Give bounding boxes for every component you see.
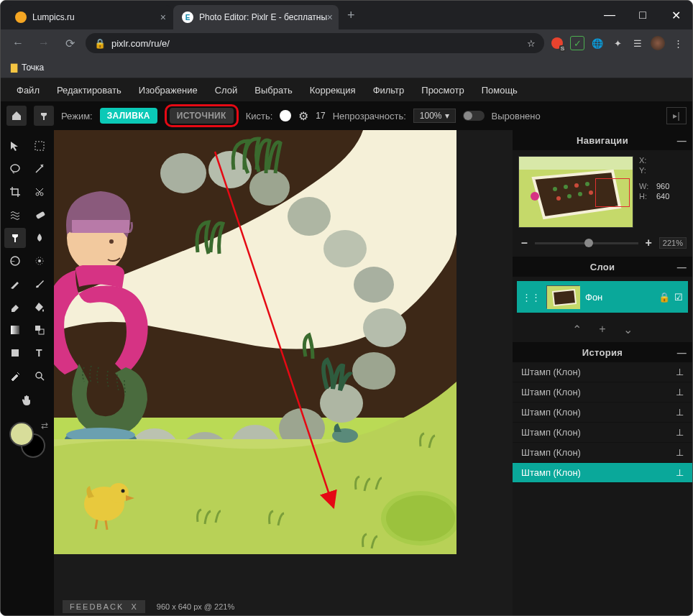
- svg-point-44: [564, 185, 568, 189]
- color-swatches[interactable]: ⇄: [9, 422, 45, 458]
- zoom-slider[interactable]: [535, 242, 638, 244]
- swap-colors-icon[interactable]: ⇄: [41, 420, 48, 431]
- window-controls: ― □ ✕: [593, 1, 692, 29]
- visibility-icon[interactable]: ☑: [674, 292, 683, 303]
- history-item[interactable]: Штамп (Клон)⊥: [513, 423, 692, 443]
- extension-opera[interactable]: S: [550, 36, 564, 50]
- collapse-icon[interactable]: —: [677, 262, 687, 272]
- layer-row[interactable]: ⋮⋮ Фон 🔒 ☑: [517, 281, 688, 313]
- extension-globe[interactable]: 🌐: [590, 36, 605, 50]
- nav-viewport-box[interactable]: [595, 178, 630, 207]
- canvas[interactable]: [54, 130, 456, 554]
- back-button[interactable]: ←: [8, 33, 28, 53]
- tool-gradient[interactable]: [4, 320, 26, 340]
- reload-button[interactable]: ⟳: [60, 33, 80, 53]
- svg-point-6: [38, 259, 41, 262]
- tool-pen[interactable]: [4, 274, 26, 294]
- brush-preview[interactable]: [280, 110, 291, 121]
- svg-point-18: [288, 197, 331, 236]
- menu-adjust[interactable]: Коррекция: [303, 82, 363, 98]
- menu-select[interactable]: Выбрать: [247, 82, 299, 98]
- layer-name: Фон: [585, 292, 602, 303]
- tool-hand[interactable]: [17, 390, 38, 410]
- maximize-button[interactable]: □: [626, 1, 659, 29]
- tool-brush[interactable]: [29, 274, 50, 294]
- lock-icon[interactable]: 🔒: [658, 292, 670, 303]
- menu-image[interactable]: Изображение: [132, 82, 205, 98]
- tool-eyedropper[interactable]: [4, 366, 26, 386]
- collapse-icon[interactable]: —: [677, 135, 687, 146]
- tool-clone[interactable]: [4, 228, 26, 248]
- tool-sponge[interactable]: [29, 251, 50, 271]
- tool-text[interactable]: T: [29, 343, 50, 363]
- tool-replace-color[interactable]: [29, 320, 50, 340]
- history-item[interactable]: Штамп (Клон)⊥: [513, 382, 692, 403]
- menu-file[interactable]: Файл: [9, 82, 47, 98]
- mode-fill[interactable]: ЗАЛИВКА: [100, 108, 157, 124]
- star-icon[interactable]: ☆: [527, 38, 536, 49]
- tool-marquee[interactable]: [29, 136, 50, 156]
- extension-check[interactable]: ✓: [570, 36, 584, 50]
- tool-cutout[interactable]: [29, 182, 50, 202]
- zoom-value[interactable]: 221%: [659, 237, 687, 249]
- tool-fill[interactable]: [29, 297, 50, 317]
- reading-list-icon[interactable]: ☰: [630, 36, 645, 50]
- minimize-button[interactable]: ―: [593, 1, 626, 29]
- tool-crop[interactable]: [4, 182, 26, 202]
- nav-thumbnail[interactable]: [518, 156, 633, 228]
- extensions-button[interactable]: ✦: [610, 36, 625, 50]
- address-bar[interactable]: 🔒 pixlr.com/ru/e/ ☆: [86, 33, 544, 53]
- opacity-value[interactable]: 100%▾: [413, 109, 456, 123]
- zoom-in-button[interactable]: +: [643, 236, 655, 249]
- tool-liquify[interactable]: [4, 205, 26, 225]
- tool-move[interactable]: [4, 136, 26, 156]
- history-item[interactable]: Штамп (Клон)⊥: [513, 403, 692, 423]
- menu-layer[interactable]: Слой: [208, 82, 245, 98]
- close-icon[interactable]: ×: [327, 12, 333, 23]
- history-item[interactable]: Штамп (Клон)⊥: [513, 443, 692, 463]
- tab-label: Lumpics.ru: [32, 12, 75, 22]
- profile-avatar[interactable]: [651, 36, 665, 50]
- menu-help[interactable]: Помощь: [474, 82, 525, 98]
- tool-eraser[interactable]: [4, 297, 26, 317]
- menu-view[interactable]: Просмотр: [414, 82, 471, 98]
- new-tab-button[interactable]: +: [340, 8, 362, 23]
- tool-wand[interactable]: [29, 159, 50, 179]
- feedback-button[interactable]: FEEDBACK X: [63, 600, 145, 613]
- close-icon[interactable]: ×: [160, 12, 166, 23]
- tab-pixlr[interactable]: E Photo Editor: Pixlr E - бесплатны ×: [173, 5, 339, 29]
- history-item[interactable]: Штамп (Клон)⊥: [513, 463, 692, 483]
- layer-up-icon[interactable]: ⌃: [572, 323, 582, 336]
- history-item[interactable]: Штамп (Клон)⊥: [513, 362, 692, 382]
- tool-blur[interactable]: [29, 228, 50, 248]
- foreground-swatch[interactable]: [9, 422, 34, 446]
- layer-down-icon[interactable]: ⌄: [623, 323, 633, 336]
- tool-zoom[interactable]: [29, 366, 50, 386]
- tab-lumpics[interactable]: Lumpics.ru ×: [6, 5, 172, 29]
- close-window-button[interactable]: ✕: [659, 1, 692, 29]
- zoom-out-button[interactable]: –: [518, 236, 531, 249]
- bookmark-label[interactable]: Точка: [22, 63, 44, 73]
- menu-filter[interactable]: Фильтр: [366, 82, 412, 98]
- tool-shape[interactable]: [4, 343, 26, 363]
- mode-segment: ЗАЛИВКА: [100, 108, 157, 124]
- aligned-toggle[interactable]: [463, 111, 485, 121]
- grip-icon[interactable]: ⋮⋮: [522, 292, 541, 303]
- brush-settings-icon[interactable]: ⚙: [298, 109, 308, 123]
- toggle-panels-button[interactable]: ▸|: [666, 107, 687, 124]
- menu-edit[interactable]: Редактировать: [50, 82, 129, 98]
- tab-label: Photo Editor: Pixlr E - бесплатны: [199, 12, 327, 22]
- tool-lasso[interactable]: [4, 159, 26, 179]
- mode-label: Режим:: [61, 111, 93, 121]
- stamp-icon: ⊥: [676, 367, 684, 377]
- tool-heal[interactable]: [29, 205, 50, 225]
- canvas-viewport[interactable]: [54, 130, 513, 615]
- tool-dodge[interactable]: [4, 251, 26, 271]
- menu-button[interactable]: ⋮: [671, 36, 685, 50]
- mode-source[interactable]: ИСТОЧНИК: [170, 108, 234, 124]
- collapse-icon[interactable]: —: [677, 347, 687, 358]
- home-button[interactable]: [6, 106, 27, 126]
- layer-add-icon[interactable]: +: [599, 323, 605, 336]
- forward-button[interactable]: →: [34, 33, 54, 53]
- brush-size[interactable]: 17: [316, 111, 325, 121]
